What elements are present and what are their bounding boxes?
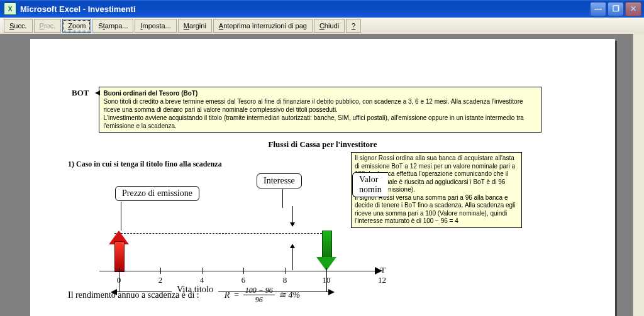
yield-text: Il rendimento annuo a scadenza è di : [68,290,199,300]
axis-label-T: T [380,265,386,275]
print-preview-toolbar: Succ. Prec. Zoom Stampa... Imposta... Ma… [0,18,644,35]
axis-label-12: 12 [378,275,386,285]
bot-heading: BOT [72,87,89,98]
tick-8: 8 [283,275,287,285]
maximize-button[interactable]: ❐ [608,2,624,16]
tick-6: 6 [242,275,246,285]
cashflow-diagram: Prezzo di emissione Interesse Valornomin [68,171,382,297]
close-preview-button[interactable]: Chiudi [314,19,345,33]
callout-valore-nominale: Valornomin [352,172,388,197]
margins-button[interactable]: Margini [178,19,212,33]
yield-formula: R = 100 − 96 96 ≅ 4% [225,286,300,303]
pagebreak-preview-button[interactable]: Anteprima interruzioni di pag [213,19,313,33]
callout-interesse: Interesse [257,173,302,188]
dashed-reference-line [114,233,328,234]
outflow-arrow-icon [112,231,126,271]
bot-definition-body: Sono titoli di credito a breve termine e… [103,98,523,129]
preview-workspace: BOT Buoni ordinari del Tesoro (BoT) Sono… [0,34,644,316]
bot-definition-box: Buoni ordinari del Tesoro (BoT) Sono tit… [99,87,541,133]
preview-page: BOT Buoni ordinari del Tesoro (BoT) Sono… [30,39,615,316]
app-icon: X [4,3,16,15]
setup-button[interactable]: Imposta... [135,19,176,33]
section-title: Flussi di Cassa per l'investitore [30,139,615,150]
tick-2: 2 [158,275,163,285]
vertical-scrollbar[interactable] [633,34,644,316]
help-button[interactable]: ? [346,19,361,33]
case-1-title: 1) Caso in cui si tenga il titolo fino a… [68,160,222,169]
print-button[interactable]: Stampa... [92,19,133,33]
close-button[interactable]: ✕ [625,2,641,16]
window-titlebar: X Microsoft Excel - Investimenti — ❐ ✕ [0,0,644,18]
callout-prezzo-emissione: Prezzo di emissione [115,186,199,201]
bot-definition-title: Buoni ordinari del Tesoro (BoT) [103,90,197,97]
time-axis [99,271,376,271]
prev-button: Prec. [34,19,62,33]
yield-statement: Il rendimento annuo a scadenza è di : R … [68,286,300,303]
arrow-left-icon [94,89,100,95]
window-title: Microsoft Excel - Investimenti [20,4,590,14]
inflow-arrow-icon [319,231,333,271]
zoom-button[interactable]: Zoom [62,19,91,33]
next-button[interactable]: Succ. [4,19,33,33]
minimize-button[interactable]: — [590,2,606,16]
